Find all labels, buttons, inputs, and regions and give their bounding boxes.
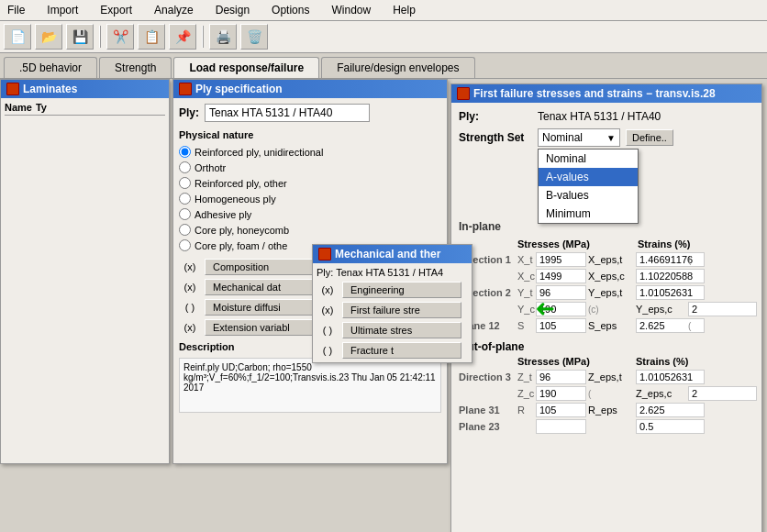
dir3-zc-eps-input[interactable]	[688, 386, 757, 401]
radio-core-honeycomb[interactable]: Core ply, honeycomb	[179, 224, 323, 236]
menu-window[interactable]: Window	[328, 2, 374, 18]
dropdown-item-bvalues[interactable]: B-values	[539, 186, 638, 205]
plane12-section: Plane 12 S S_eps (	[459, 318, 754, 333]
toolbar-copy[interactable]: 📋	[138, 24, 165, 50]
failure-title: First failure stresses and strains − tra…	[451, 84, 761, 103]
btn-mechanical-prefix: (x)	[179, 282, 201, 293]
fracture-button[interactable]: Fracture t	[342, 342, 461, 359]
ply-spec-title: Ply specification	[173, 80, 447, 98]
toolbar-sep2	[202, 26, 204, 48]
plane31-r-input[interactable]	[536, 403, 586, 417]
toolbar-paste[interactable]: 📌	[169, 24, 196, 50]
radio-reinforced-uni[interactable]: Reinforced ply, unidirectional	[179, 146, 323, 158]
menu-help[interactable]: Help	[389, 2, 419, 18]
dir1-row1: Direction 1 X_t X_eps,t (	[459, 252, 754, 267]
dir1-xt-paren: (	[688, 255, 754, 265]
dir3-zc-eps-name: Z_eps,c	[636, 388, 686, 399]
radio-core-foam[interactable]: Core ply, foam / othe	[179, 239, 323, 251]
btn-fracture-prefix: ( )	[317, 345, 339, 356]
toolbar-delete[interactable]: 🗑️	[240, 24, 268, 50]
radio-ortho[interactable]: Orthotr	[179, 161, 323, 173]
dir1-xc-eps-input[interactable]	[636, 269, 705, 283]
dir1-xc-name: X_c	[517, 271, 534, 282]
inplane-section: In-plane Stresses (MPa) Strains (%) Dire…	[459, 220, 754, 333]
dir3-zt-input[interactable]	[536, 370, 586, 384]
plane31-r-eps-input[interactable]	[636, 403, 705, 417]
inplane-col-headers: Stresses (MPa) Strains (%)	[459, 237, 754, 249]
main-area: Laminates Name Ty Ply specification Ply:…	[0, 79, 767, 473]
radio-reinforced-other[interactable]: Reinforced ply, other	[179, 177, 323, 189]
toolbar-new[interactable]: 📄	[4, 24, 31, 50]
dir3-zt-name: Z_t	[517, 371, 534, 382]
menu-design[interactable]: Design	[212, 2, 253, 18]
btn-extension-prefix: (x)	[179, 322, 201, 333]
dir1-xt-input[interactable]	[536, 252, 586, 267]
radio-core-foam-label: Core ply, foam / othe	[195, 240, 287, 251]
mech-title: Mechanical and ther	[313, 245, 472, 263]
ply-input[interactable]	[205, 104, 370, 122]
dropdown-item-minimum[interactable]: Minimum	[539, 205, 638, 223]
plane23-input[interactable]	[536, 419, 586, 434]
toolbar-save[interactable]: 💾	[66, 24, 94, 50]
tab-load-response[interactable]: Load response/failure	[173, 57, 319, 78]
dir1-xc-input[interactable]	[536, 269, 586, 283]
dropdown-menu: Nominal A-values B-values Minimum	[538, 149, 639, 224]
dir2-yt-eps-input[interactable]	[636, 285, 705, 300]
plane12-s-paren: (	[688, 321, 754, 331]
plane23-eps-input[interactable]	[636, 419, 705, 434]
btn-first-failure-prefix: (x)	[317, 305, 339, 316]
strength-dropdown[interactable]: Nominal ▼	[538, 128, 620, 147]
radio-reinforced-uni-label: Reinforced ply, unidirectional	[195, 147, 323, 158]
menu-export[interactable]: Export	[96, 2, 136, 18]
engineering-button[interactable]: Engineering	[342, 282, 461, 298]
mech-ply-value: Tenax HTA 5131 / HTA4	[336, 267, 443, 278]
ultimate-button[interactable]: Ultimate stres	[342, 322, 461, 338]
plane23-row1: Plane 23	[459, 419, 754, 434]
dropdown-arrow-icon: ▼	[606, 133, 616, 143]
toolbar-print[interactable]: 🖨️	[209, 24, 237, 50]
define-button[interactable]: Define..	[626, 129, 673, 146]
dir3-zc-input[interactable]	[536, 386, 586, 401]
dir1-xt-eps-name: X_eps,t	[588, 254, 634, 265]
arrow-indicator: ➜	[535, 294, 555, 323]
radio-core-honeycomb-label: Core ply, honeycomb	[195, 225, 289, 236]
menu-file[interactable]: File	[4, 2, 28, 18]
plane12-s-name: S	[517, 320, 534, 331]
col-stresses: Stresses (MPa)	[517, 238, 636, 249]
radio-homogeneous[interactable]: Homogeneous ply	[179, 193, 323, 205]
radio-group: Reinforced ply, unidirectional Orthotr R…	[179, 146, 323, 251]
outofplane-section: Out-of-plane Stresses (MPa) Strains (%) …	[459, 340, 754, 434]
toolbar-cut[interactable]: ✂️	[106, 24, 134, 50]
dir3-zt-eps-input[interactable]	[636, 370, 705, 384]
laminates-title: Laminates	[1, 80, 169, 98]
dir3-row2: Z_c ( Z_eps,c	[459, 386, 754, 401]
dropdown-item-avalues[interactable]: A-values	[539, 168, 638, 186]
radio-adhesive[interactable]: Adhesive ply	[179, 208, 323, 220]
tab-5d-behavior[interactable]: .5D behavior	[4, 57, 97, 78]
dir3-label: Direction 3	[459, 371, 516, 382]
mech-panel: Mechanical and ther Ply: Tenax HTA 5131 …	[312, 244, 472, 363]
plane12-s-eps-name: S_eps	[588, 320, 634, 331]
failure-ply-label: Ply:	[459, 110, 532, 123]
menu-options[interactable]: Options	[268, 2, 313, 18]
menu-analyze[interactable]: Analyze	[150, 2, 197, 18]
outofplane-header: Out-of-plane	[459, 340, 754, 353]
tab-strength[interactable]: Strength	[99, 57, 172, 78]
laminates-panel: Laminates Name Ty	[0, 79, 170, 464]
failure-ply-value: Tenax HTA 5131 / HTA40	[538, 110, 661, 123]
dir2-yc-eps-input[interactable]	[688, 302, 757, 316]
strength-set-row: Strength Set Nominal ▼ Nominal A-values …	[459, 128, 754, 147]
oop-col-headers: Stresses (MPa) Strains (%)	[459, 356, 754, 367]
dropdown-container: Nominal ▼ Nominal A-values B-values Mini…	[538, 128, 620, 147]
plane23-label: Plane 23	[459, 421, 516, 432]
dropdown-selected: Nominal	[542, 131, 583, 144]
first-failure-button[interactable]: First failure stre	[342, 302, 461, 318]
tab-failure-envelopes[interactable]: Failure/design envelopes	[321, 57, 474, 78]
plane12-row1: Plane 12 S S_eps (	[459, 318, 754, 333]
dir2-yc-eps-name: Y_eps,c	[636, 304, 686, 315]
toolbar-open[interactable]: 📂	[35, 24, 62, 50]
dropdown-item-nominal[interactable]: Nominal	[539, 150, 638, 168]
dir2-yc-name: Y_c	[517, 304, 534, 315]
dir1-row2: X_c X_eps,c	[459, 269, 754, 283]
menu-import[interactable]: Import	[43, 2, 82, 18]
